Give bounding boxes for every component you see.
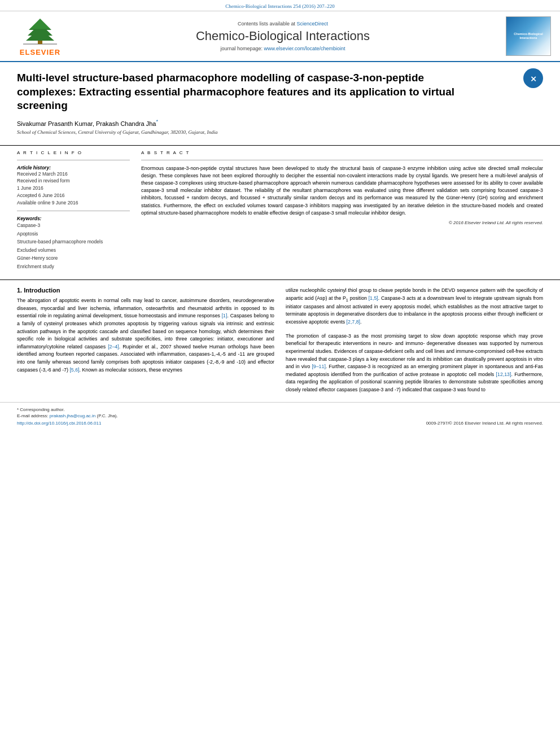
body-left-column: 1. Introduction The abrogation of apopto…: [17, 287, 274, 394]
affiliation-line: School of Chemical Sciences, Central Uni…: [17, 129, 518, 135]
ref-2-7-8-link[interactable]: [2,7,8]: [347, 319, 360, 325]
intro-left-paragraph: The abrogation of apoptotic events in no…: [17, 297, 274, 374]
article-info-column: A R T I C L E I N F O Article history: R…: [17, 150, 130, 275]
ref-9-11-link[interactable]: [9–11]: [312, 364, 325, 369]
publisher-logo-area: ELSEVIER: [9, 16, 71, 56]
author-email-link[interactable]: prakash.jha@cug.ac.in: [50, 413, 96, 418]
elsevier-brand-text: ELSEVIER: [20, 48, 60, 56]
corresponding-author-note: * Corresponding author.: [17, 407, 543, 412]
article-info-abstract-section: A R T I C L E I N F O Article history: R…: [0, 146, 560, 280]
elsevier-logo: ELSEVIER: [18, 16, 63, 56]
journal-cover-area: Chemico-Biological Interactions: [495, 16, 551, 56]
main-body-section: 1. Introduction The abrogation of apopto…: [0, 280, 560, 400]
copyright-line: © 2016 Elsevier Ireland Ltd. All rights …: [141, 220, 543, 225]
journal-title: Chemico-Biological Interactions: [77, 29, 489, 43]
science-direct-link[interactable]: ScienceDirect: [297, 21, 329, 27]
body-right-column: utilize nucleophilic cysteinyl thiol gro…: [286, 287, 543, 394]
keyword-excluded-volumes: Excluded volumes: [17, 246, 130, 254]
journal-cover-thumbnail: Chemico-Biological Interactions: [506, 16, 551, 56]
journal-info-center: Contents lists available at ScienceDirec…: [77, 21, 489, 51]
journal-homepage-line: journal homepage: www.elsevier.com/locat…: [77, 46, 489, 51]
footer-bottom-bar: http://dx.doi.org/10.1016/j.cbi.2016.06.…: [17, 421, 543, 426]
article-history-group: Article history: Received 2 March 2016 R…: [17, 165, 130, 207]
abstract-text: Enormous caspase-3-non-peptide crystal s…: [141, 165, 543, 217]
intro-right-paragraph1: utilize nucleophilic cysteinyl thiol gro…: [286, 287, 543, 326]
keyword-apoptosis: Apoptosis: [17, 230, 130, 238]
received-date: Received 2 March 2016: [17, 171, 130, 178]
ref-1-5-link[interactable]: [1,5]: [369, 295, 378, 301]
article-title-section: Multi-level structure-based pharmacophor…: [0, 62, 560, 146]
cover-text: Chemico-Biological Interactions: [508, 32, 549, 40]
issn-text: 0009-2797/© 2016 Elsevier Ireland Ltd. A…: [426, 421, 543, 426]
keyword-pharmacophore: Structure-based pharmacophore models: [17, 238, 130, 246]
authors-line: Sivakumar Prasanth Kumar, Prakash Chandr…: [17, 119, 518, 127]
keywords-group: Keywords: Caspase-3 Apoptosis Structure-…: [17, 216, 130, 270]
ref-1-link[interactable]: [1]: [222, 313, 228, 318]
footer-section: * Corresponding author. E-mail address: …: [0, 402, 560, 430]
svg-marker-5: [30, 19, 50, 29]
available-online-date: Available online 9 June 2016: [17, 199, 130, 207]
abstract-heading: A B S T R A C T: [141, 150, 543, 155]
journal-header: ELSEVIER Contents lists available at Sci…: [0, 11, 560, 62]
keyword-caspase3: Caspase-3: [17, 221, 130, 229]
journal-ref-text: Chemico-Biological Interactions 254 (201…: [225, 3, 334, 9]
email-note: E-mail address: prakash.jha@cug.ac.in (P…: [17, 413, 543, 418]
keyword-guner-henry: Güner-Henry score: [17, 254, 130, 262]
doi-link[interactable]: http://dx.doi.org/10.1016/j.cbi.2016.06.…: [17, 421, 101, 426]
keywords-label: Keywords:: [17, 216, 130, 221]
journal-homepage-link[interactable]: www.elsevier.com/locate/chembioint: [264, 46, 345, 51]
intro-right-paragraph2: The promotion of caspase-3 as the most p…: [286, 333, 543, 394]
ref-2-4-link[interactable]: [2–4]: [108, 344, 119, 350]
received-revised-label: Received in revised form: [17, 177, 130, 185]
contents-available-line: Contents lists available at ScienceDirec…: [77, 21, 489, 27]
crossmark-icon: ⨯: [523, 68, 543, 88]
elsevier-tree-icon: [18, 16, 63, 47]
accepted-date: Accepted 6 June 2016: [17, 192, 130, 199]
intro-section-title: 1. Introduction: [17, 287, 274, 294]
ref-12-13-link[interactable]: [12,13]: [496, 372, 511, 377]
abstract-column: A B S T R A C T Enormous caspase-3-non-p…: [141, 150, 543, 275]
corresponding-sup: *: [156, 119, 158, 124]
journal-reference-bar: Chemico-Biological Interactions 254 (201…: [0, 0, 560, 11]
article-info-heading: A R T I C L E I N F O: [17, 150, 130, 155]
crossmark-badge: ⨯: [523, 68, 543, 88]
keyword-enrichment: Enrichment study: [17, 263, 130, 270]
history-label: Article history:: [17, 165, 130, 171]
revised-date: 1 June 2016: [17, 185, 130, 192]
article-title: Multi-level structure-based pharmacophor…: [17, 71, 480, 113]
ref-5-6-link[interactable]: [5,6]: [69, 367, 79, 373]
